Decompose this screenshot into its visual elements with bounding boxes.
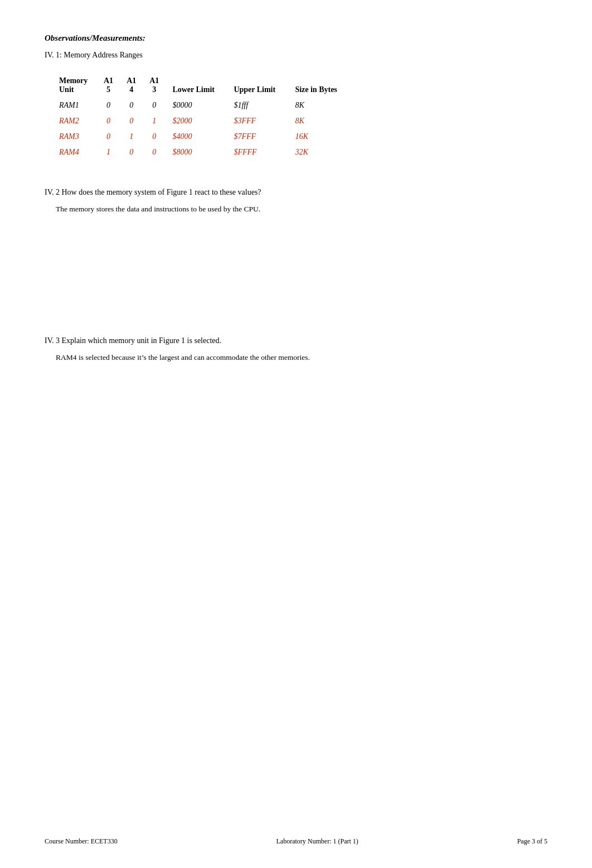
th-a13-line2: 3: [152, 85, 156, 94]
cell-ram2-size: 8K: [292, 113, 353, 129]
cell-ram4-a15: 1: [100, 144, 123, 160]
th-memory-unit: Memory Unit: [56, 73, 100, 98]
page: Observations/Measurements: IV. 1: Memory…: [0, 0, 592, 868]
question3-body: Explain which memory unit in Figure 1 is…: [61, 336, 221, 345]
cell-ram1-size: 8K: [292, 98, 353, 113]
sub-heading-iv1: IV. 1: Memory Address Ranges: [45, 51, 547, 60]
cell-ram4-a13: 0: [146, 144, 169, 160]
cell-ram3-a15: 0: [100, 129, 123, 144]
cell-ram3-unit: RAM3: [56, 129, 100, 144]
cell-ram2-upper: $3FFF: [230, 113, 292, 129]
cell-ram1-unit: RAM1: [56, 98, 100, 113]
cell-ram4-a14: 0: [123, 144, 146, 160]
table-area: Memory Unit A1 5 A1 4 A1 3 Lo: [45, 73, 547, 160]
th-size-in-bytes: Size in Bytes: [292, 73, 353, 98]
memory-table: Memory Unit A1 5 A1 4 A1 3 Lo: [56, 73, 353, 160]
question3-text: IV. 3 Explain which memory unit in Figur…: [45, 336, 547, 345]
th-a15: A1 5: [100, 73, 123, 98]
question3-answer: RAM4 is selected because it’s the larges…: [56, 353, 547, 362]
cell-ram1-a14: 0: [123, 98, 146, 113]
cell-ram4-lower: $8000: [169, 144, 230, 160]
th-a15-line2: 5: [106, 85, 110, 94]
th-a13-line1: A1: [149, 76, 159, 85]
question2-label: IV. 2: [45, 188, 61, 196]
table-row: RAM4 1 0 0 $8000 $FFFF 32K: [56, 144, 353, 160]
cell-ram3-a13: 0: [146, 129, 169, 144]
cell-ram3-upper: $7FFF: [230, 129, 292, 144]
th-a13: A1 3: [146, 73, 169, 98]
question2-text: IV. 2 How does the memory system of Figu…: [45, 188, 547, 197]
cell-ram4-size: 32K: [292, 144, 353, 160]
cell-ram3-lower: $4000: [169, 129, 230, 144]
cell-ram2-a14: 0: [123, 113, 146, 129]
cell-ram4-unit: RAM4: [56, 144, 100, 160]
table-row: RAM2 0 0 1 $2000 $3FFF 8K: [56, 113, 353, 129]
th-a14-line2: 4: [129, 85, 133, 94]
question2-body: How does the memory system of Figure 1 r…: [61, 188, 261, 196]
cell-ram2-lower: $2000: [169, 113, 230, 129]
th-a15-line1: A1: [104, 76, 113, 85]
question2-block: IV. 2 How does the memory system of Figu…: [45, 188, 547, 214]
cell-ram2-a13: 1: [146, 113, 169, 129]
footer-course: Course Number: ECET330: [45, 837, 118, 846]
cell-ram1-lower: $0000: [169, 98, 230, 113]
cell-ram3-size: 16K: [292, 129, 353, 144]
cell-ram2-unit: RAM2: [56, 113, 100, 129]
th-a14: A1 4: [123, 73, 146, 98]
cell-ram3-a14: 1: [123, 129, 146, 144]
cell-ram1-a13: 0: [146, 98, 169, 113]
footer-page: Page 3 of 5: [517, 837, 547, 846]
cell-ram2-a15: 0: [100, 113, 123, 129]
th-upper-limit: Upper Limit: [230, 73, 292, 98]
table-row: RAM1 0 0 0 $0000 $1fff 8K: [56, 98, 353, 113]
cell-ram4-upper: $FFFF: [230, 144, 292, 160]
footer: Course Number: ECET330 Laboratory Number…: [45, 837, 547, 846]
question2-answer: The memory stores the data and instructi…: [56, 205, 547, 214]
th-lower-limit: Lower Limit: [169, 73, 230, 98]
cell-ram1-upper: $1fff: [230, 98, 292, 113]
th-memory-line2: Unit: [59, 85, 74, 94]
cell-ram1-a15: 0: [100, 98, 123, 113]
observations-heading: Observations/Measurements:: [45, 33, 547, 43]
question3-label: IV. 3: [45, 336, 61, 345]
question3-block: IV. 3 Explain which memory unit in Figur…: [45, 336, 547, 362]
th-memory-line1: Memory: [59, 76, 88, 85]
table-row: RAM3 0 1 0 $4000 $7FFF 16K: [56, 129, 353, 144]
th-a14-line1: A1: [127, 76, 136, 85]
footer-lab: Laboratory Number: 1 (Part 1): [276, 837, 358, 846]
